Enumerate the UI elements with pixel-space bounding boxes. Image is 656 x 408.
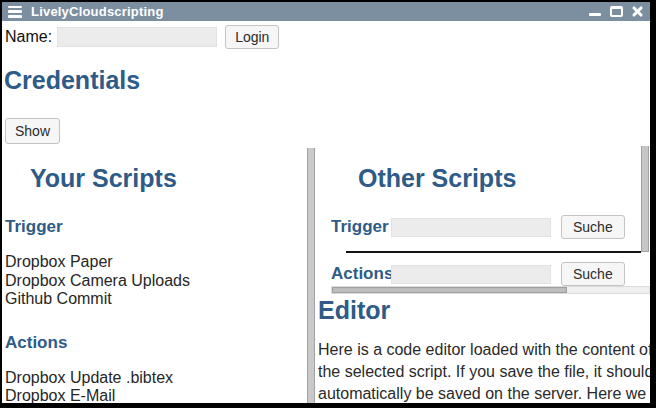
minimize-icon[interactable] [589, 13, 601, 16]
other-scripts-vertical-scrollbar [641, 146, 649, 294]
your-scripts-heading: Your Scripts [30, 164, 307, 193]
close-icon[interactable] [631, 5, 644, 18]
script-list-item[interactable]: Dropbox Update .bibtex [5, 369, 307, 388]
window-title: LivelyCloudscripting [31, 4, 164, 19]
editor-section: Editor Here is a code editor loaded with… [315, 294, 650, 403]
vertical-scrollbar-thumb[interactable] [641, 146, 649, 252]
name-input[interactable] [57, 27, 217, 47]
other-actions-label: Actions [331, 264, 391, 284]
name-label: Name: [5, 28, 52, 46]
horizontal-scrollbar-thumb[interactable] [332, 287, 567, 293]
actions-script-list: Dropbox Update .bibtexDropbox E-Mail [5, 369, 307, 404]
trigger-search-input[interactable] [391, 218, 551, 237]
script-list-item[interactable]: Github Commit [5, 290, 307, 309]
login-row: Name: Login [5, 25, 279, 49]
trigger-search-row: Trigger Suche [331, 215, 650, 239]
hamburger-menu-icon[interactable] [8, 6, 22, 18]
left-pane-scrollbar[interactable] [307, 148, 315, 403]
app-window: LivelyCloudscripting Name: Login Credent… [0, 0, 656, 408]
login-button[interactable]: Login [225, 25, 279, 49]
editor-heading: Editor [318, 296, 650, 325]
window-controls [589, 5, 644, 18]
actions-search-row: Actions Suche [331, 262, 650, 286]
script-list-item[interactable]: Dropbox Paper [5, 253, 307, 272]
trigger-script-list: Dropbox PaperDropbox Camera UploadsGithu… [5, 253, 307, 309]
your-trigger-label: Trigger [5, 217, 307, 237]
credentials-heading: Credentials [4, 66, 140, 95]
your-scripts-pane: Your Scripts Trigger Dropbox PaperDropbo… [2, 146, 307, 403]
actions-search-button[interactable]: Suche [561, 262, 625, 286]
right-column: Other Scripts Trigger Suche Actions Such… [315, 146, 650, 403]
maximize-icon[interactable] [610, 6, 623, 17]
section-divider [346, 251, 641, 253]
other-scripts-heading: Other Scripts [358, 164, 650, 193]
trigger-search-button[interactable]: Suche [561, 215, 625, 239]
window-content: Name: Login Credentials Show Your Script… [2, 21, 650, 403]
script-list-item[interactable]: Dropbox E-Mail [5, 387, 307, 403]
titlebar: LivelyCloudscripting [2, 2, 650, 21]
your-actions-label: Actions [5, 333, 307, 353]
script-list-item[interactable]: Dropbox Camera Uploads [5, 272, 307, 291]
editor-description: Here is a code editor loaded with the co… [318, 339, 650, 403]
scripts-area: Your Scripts Trigger Dropbox PaperDropbo… [2, 146, 650, 403]
other-scripts-horizontal-scrollbar [331, 286, 650, 294]
show-credentials-button[interactable]: Show [5, 118, 60, 144]
actions-search-input[interactable] [391, 265, 551, 284]
other-scripts-pane: Other Scripts Trigger Suche Actions Such… [315, 146, 650, 294]
other-trigger-label: Trigger [331, 217, 391, 237]
